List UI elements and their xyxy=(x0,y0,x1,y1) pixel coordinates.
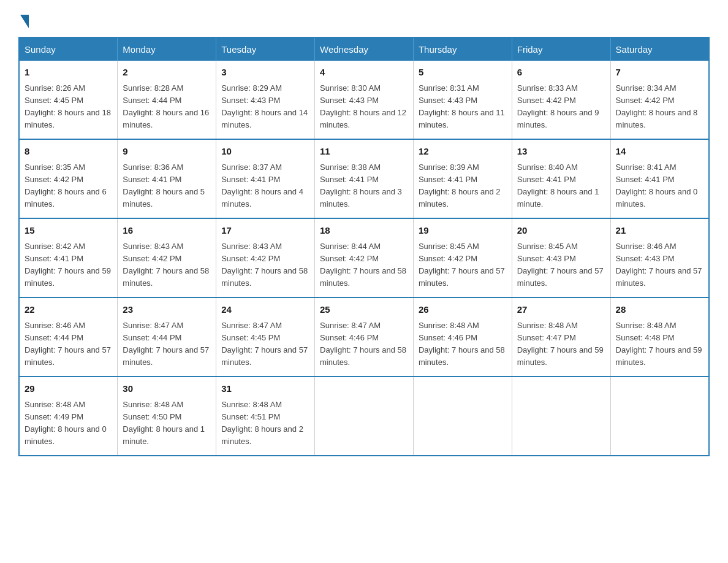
day-info: Sunrise: 8:38 AMSunset: 4:41 PMDaylight:… xyxy=(320,161,408,211)
day-number: 6 xyxy=(517,66,605,80)
logo xyxy=(18,12,29,26)
day-info: Sunrise: 8:45 AMSunset: 4:43 PMDaylight:… xyxy=(517,240,605,290)
calendar-day-cell: 31Sunrise: 8:48 AMSunset: 4:51 PMDayligh… xyxy=(216,377,315,456)
calendar-day-cell: 6Sunrise: 8:33 AMSunset: 4:42 PMDaylight… xyxy=(512,61,610,139)
day-info: Sunrise: 8:36 AMSunset: 4:41 PMDaylight:… xyxy=(123,161,211,211)
day-info: Sunrise: 8:42 AMSunset: 4:41 PMDaylight:… xyxy=(25,240,112,290)
day-number: 9 xyxy=(123,145,211,159)
day-info: Sunrise: 8:46 AMSunset: 4:44 PMDaylight:… xyxy=(25,320,112,369)
day-info: Sunrise: 8:33 AMSunset: 4:42 PMDaylight:… xyxy=(517,82,605,132)
day-info: Sunrise: 8:43 AMSunset: 4:42 PMDaylight:… xyxy=(221,240,309,290)
day-info: Sunrise: 8:47 AMSunset: 4:44 PMDaylight:… xyxy=(123,320,211,369)
day-of-week-header: Friday xyxy=(512,37,610,61)
day-info: Sunrise: 8:45 AMSunset: 4:42 PMDaylight:… xyxy=(419,240,507,290)
calendar-day-cell: 11Sunrise: 8:38 AMSunset: 4:41 PMDayligh… xyxy=(315,139,414,218)
day-of-week-header: Sunday xyxy=(19,37,118,61)
calendar-day-cell: 18Sunrise: 8:44 AMSunset: 4:42 PMDayligh… xyxy=(315,218,414,297)
day-number: 23 xyxy=(123,303,211,317)
day-number: 16 xyxy=(123,224,211,238)
calendar-day-cell xyxy=(512,377,610,456)
day-number: 13 xyxy=(517,145,605,159)
calendar-day-cell: 13Sunrise: 8:40 AMSunset: 4:41 PMDayligh… xyxy=(512,139,610,218)
day-number: 20 xyxy=(517,224,605,238)
day-number: 17 xyxy=(221,224,309,238)
day-info: Sunrise: 8:43 AMSunset: 4:42 PMDaylight:… xyxy=(123,240,211,290)
day-info: Sunrise: 8:48 AMSunset: 4:51 PMDaylight:… xyxy=(221,399,309,448)
calendar-day-cell: 3Sunrise: 8:29 AMSunset: 4:43 PMDaylight… xyxy=(216,61,315,139)
day-number: 10 xyxy=(221,145,309,159)
day-info: Sunrise: 8:47 AMSunset: 4:46 PMDaylight:… xyxy=(320,320,408,369)
day-number: 8 xyxy=(25,145,112,159)
day-info: Sunrise: 8:40 AMSunset: 4:41 PMDaylight:… xyxy=(517,161,605,211)
calendar-day-cell: 7Sunrise: 8:34 AMSunset: 4:42 PMDaylight… xyxy=(610,61,709,139)
day-info: Sunrise: 8:30 AMSunset: 4:43 PMDaylight:… xyxy=(320,82,408,132)
day-info: Sunrise: 8:48 AMSunset: 4:48 PMDaylight:… xyxy=(616,320,703,369)
day-number: 21 xyxy=(616,224,703,238)
calendar-day-cell: 12Sunrise: 8:39 AMSunset: 4:41 PMDayligh… xyxy=(413,139,512,218)
calendar-day-cell: 16Sunrise: 8:43 AMSunset: 4:42 PMDayligh… xyxy=(118,218,216,297)
day-of-week-header: Thursday xyxy=(413,37,512,61)
calendar-week-row: 15Sunrise: 8:42 AMSunset: 4:41 PMDayligh… xyxy=(19,218,709,297)
day-number: 7 xyxy=(616,66,703,80)
calendar-table: SundayMondayTuesdayWednesdayThursdayFrid… xyxy=(18,37,710,456)
day-of-week-header: Wednesday xyxy=(315,37,414,61)
day-number: 14 xyxy=(616,145,703,159)
day-info: Sunrise: 8:28 AMSunset: 4:44 PMDaylight:… xyxy=(123,82,211,132)
day-info: Sunrise: 8:29 AMSunset: 4:43 PMDaylight:… xyxy=(221,82,309,132)
logo-triangle-icon xyxy=(20,15,29,28)
calendar-day-cell: 25Sunrise: 8:47 AMSunset: 4:46 PMDayligh… xyxy=(315,297,414,377)
day-number: 22 xyxy=(25,303,112,317)
day-number: 31 xyxy=(221,382,309,396)
calendar-body: 1Sunrise: 8:26 AMSunset: 4:45 PMDaylight… xyxy=(19,61,709,456)
day-number: 18 xyxy=(320,224,408,238)
calendar-day-cell xyxy=(610,377,709,456)
calendar-day-cell: 17Sunrise: 8:43 AMSunset: 4:42 PMDayligh… xyxy=(216,218,315,297)
day-info: Sunrise: 8:48 AMSunset: 4:46 PMDaylight:… xyxy=(419,320,507,369)
calendar-day-cell: 27Sunrise: 8:48 AMSunset: 4:47 PMDayligh… xyxy=(512,297,610,377)
day-number: 29 xyxy=(25,382,112,396)
day-info: Sunrise: 8:41 AMSunset: 4:41 PMDaylight:… xyxy=(616,161,703,211)
calendar-day-cell: 2Sunrise: 8:28 AMSunset: 4:44 PMDaylight… xyxy=(118,61,216,139)
day-number: 28 xyxy=(616,303,703,317)
calendar-day-cell: 15Sunrise: 8:42 AMSunset: 4:41 PMDayligh… xyxy=(19,218,118,297)
calendar-day-cell: 21Sunrise: 8:46 AMSunset: 4:43 PMDayligh… xyxy=(610,218,709,297)
day-info: Sunrise: 8:47 AMSunset: 4:45 PMDaylight:… xyxy=(221,320,309,369)
day-info: Sunrise: 8:39 AMSunset: 4:41 PMDaylight:… xyxy=(419,161,507,211)
calendar-week-row: 22Sunrise: 8:46 AMSunset: 4:44 PMDayligh… xyxy=(19,297,709,377)
day-number: 25 xyxy=(320,303,408,317)
day-number: 15 xyxy=(25,224,112,238)
day-info: Sunrise: 8:48 AMSunset: 4:47 PMDaylight:… xyxy=(517,320,605,369)
calendar-day-cell: 14Sunrise: 8:41 AMSunset: 4:41 PMDayligh… xyxy=(610,139,709,218)
day-number: 26 xyxy=(419,303,507,317)
day-info: Sunrise: 8:34 AMSunset: 4:42 PMDaylight:… xyxy=(616,82,703,132)
day-info: Sunrise: 8:48 AMSunset: 4:50 PMDaylight:… xyxy=(123,399,211,448)
calendar-week-row: 8Sunrise: 8:35 AMSunset: 4:42 PMDaylight… xyxy=(19,139,709,218)
day-info: Sunrise: 8:31 AMSunset: 4:43 PMDaylight:… xyxy=(419,82,507,132)
calendar-day-cell: 9Sunrise: 8:36 AMSunset: 4:41 PMDaylight… xyxy=(118,139,216,218)
calendar-day-cell: 5Sunrise: 8:31 AMSunset: 4:43 PMDaylight… xyxy=(413,61,512,139)
calendar-day-cell: 8Sunrise: 8:35 AMSunset: 4:42 PMDaylight… xyxy=(19,139,118,218)
day-of-week-header: Monday xyxy=(118,37,216,61)
day-number: 19 xyxy=(419,224,507,238)
day-info: Sunrise: 8:37 AMSunset: 4:41 PMDaylight:… xyxy=(221,161,309,211)
day-info: Sunrise: 8:44 AMSunset: 4:42 PMDaylight:… xyxy=(320,240,408,290)
day-number: 3 xyxy=(221,66,309,80)
calendar-day-cell: 28Sunrise: 8:48 AMSunset: 4:48 PMDayligh… xyxy=(610,297,709,377)
calendar-day-cell: 10Sunrise: 8:37 AMSunset: 4:41 PMDayligh… xyxy=(216,139,315,218)
calendar-header-row: SundayMondayTuesdayWednesdayThursdayFrid… xyxy=(19,37,709,61)
calendar-day-cell: 22Sunrise: 8:46 AMSunset: 4:44 PMDayligh… xyxy=(19,297,118,377)
calendar-day-cell: 19Sunrise: 8:45 AMSunset: 4:42 PMDayligh… xyxy=(413,218,512,297)
day-info: Sunrise: 8:26 AMSunset: 4:45 PMDaylight:… xyxy=(25,82,112,132)
calendar-week-row: 1Sunrise: 8:26 AMSunset: 4:45 PMDaylight… xyxy=(19,61,709,139)
calendar-day-cell: 26Sunrise: 8:48 AMSunset: 4:46 PMDayligh… xyxy=(413,297,512,377)
calendar-day-cell: 23Sunrise: 8:47 AMSunset: 4:44 PMDayligh… xyxy=(118,297,216,377)
calendar-day-cell xyxy=(413,377,512,456)
day-info: Sunrise: 8:46 AMSunset: 4:43 PMDaylight:… xyxy=(616,240,703,290)
calendar-day-cell: 4Sunrise: 8:30 AMSunset: 4:43 PMDaylight… xyxy=(315,61,414,139)
day-number: 1 xyxy=(25,66,112,80)
day-number: 24 xyxy=(221,303,309,317)
day-of-week-header: Saturday xyxy=(610,37,709,61)
calendar-day-cell: 1Sunrise: 8:26 AMSunset: 4:45 PMDaylight… xyxy=(19,61,118,139)
day-number: 4 xyxy=(320,66,408,80)
calendar-day-cell: 30Sunrise: 8:48 AMSunset: 4:50 PMDayligh… xyxy=(118,377,216,456)
